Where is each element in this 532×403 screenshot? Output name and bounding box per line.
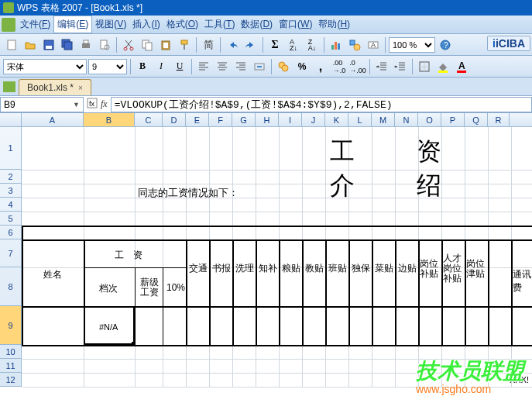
col-header[interactable]: C [135, 113, 163, 126]
col-header[interactable]: G [232, 113, 256, 126]
cell-b9: #N/A [99, 322, 118, 332]
font-color-icon[interactable]: A [453, 58, 470, 75]
select-all-corner[interactable] [0, 113, 22, 126]
paste-icon[interactable] [157, 36, 174, 53]
toolbar-standard: 简 Σ AZ↓ ZA↓ A 100 % ? [0, 34, 532, 56]
menu-format[interactable]: 格式(O) [163, 16, 201, 33]
row-header[interactable]: 10 [0, 345, 22, 359]
cjk-button[interactable]: 简 [200, 36, 217, 53]
menu-insert[interactable]: 插入(I) [129, 16, 163, 33]
sum-icon[interactable]: Σ [266, 36, 283, 53]
percent-icon[interactable]: % [293, 58, 311, 75]
redo-icon[interactable] [242, 36, 259, 53]
row-header[interactable]: 9 [0, 306, 22, 345]
svg-rect-31 [457, 71, 466, 73]
saveall-icon[interactable] [59, 36, 76, 53]
app-icon[interactable] [2, 18, 15, 32]
merge-icon[interactable] [251, 58, 268, 75]
fx-wizard-icon[interactable]: fx [87, 98, 98, 111]
svg-rect-29 [438, 71, 448, 73]
align-left-icon[interactable] [195, 58, 212, 75]
currency-icon[interactable] [275, 58, 292, 75]
new-icon[interactable] [3, 36, 20, 53]
copy-icon[interactable] [139, 36, 156, 53]
col-header[interactable]: E [186, 113, 209, 126]
col-header[interactable]: P [441, 113, 465, 126]
zoom-combo[interactable]: 100 % [389, 37, 435, 53]
active-cell[interactable]: #N/A [84, 306, 135, 345]
col-header[interactable]: B [84, 113, 135, 126]
hdr-name: 姓名 [43, 268, 62, 281]
row-header[interactable]: 8 [0, 267, 22, 306]
menu-data[interactable]: 数据(D) [238, 16, 276, 33]
formula-input[interactable]: =VLOOKUP(工资介绍!$A$9,(工资!$A$4:$Y$9),2,FALS… [111, 97, 532, 112]
row-header[interactable]: 12 [0, 373, 22, 387]
hdr-c7: 洗理 [235, 263, 254, 274]
row-header[interactable]: 3 [0, 184, 22, 198]
workbook-tab[interactable]: Book1.xls *× [19, 79, 91, 95]
col-header[interactable]: I [279, 113, 302, 126]
row-header[interactable]: 7 [0, 239, 22, 267]
col-header[interactable]: A [22, 113, 84, 126]
col-header[interactable]: H [256, 113, 279, 126]
fill-color-icon[interactable] [434, 58, 451, 75]
col-header[interactable]: L [348, 113, 372, 126]
svg-rect-15 [181, 40, 187, 44]
col-header[interactable]: D [163, 113, 186, 126]
font-name-combo[interactable]: 宋体 [3, 59, 87, 74]
col-header[interactable]: Q [465, 113, 488, 126]
italic-icon[interactable]: I [153, 58, 170, 75]
inc-indent-icon[interactable] [392, 58, 409, 75]
format-painter-icon[interactable] [176, 36, 193, 53]
row-header[interactable]: 2 [0, 170, 22, 184]
col-header[interactable]: K [325, 113, 348, 126]
preview-icon[interactable] [96, 36, 113, 53]
cut-icon[interactable] [120, 36, 137, 53]
open-icon[interactable] [22, 36, 39, 53]
col-header[interactable]: N [395, 113, 418, 126]
cell-grid[interactable]: 工 资 介 绍 同志的工资情况如下： [22, 127, 532, 387]
help-icon[interactable]: ? [437, 36, 454, 53]
hdr-salary: 工 资 [115, 249, 142, 262]
hdr-c15: 岗位补贴 [420, 259, 440, 279]
row-header[interactable]: 5 [0, 212, 22, 226]
chevron-down-icon[interactable]: ▼ [73, 101, 80, 108]
align-right-icon[interactable] [232, 58, 249, 75]
underline-icon[interactable]: U [171, 58, 188, 75]
col-header[interactable]: J [302, 113, 325, 126]
row-header[interactable]: 1 [0, 127, 22, 170]
col-header[interactable]: O [418, 113, 441, 126]
sort-desc-icon[interactable]: ZA↓ [304, 36, 321, 53]
row-header[interactable]: 4 [0, 198, 22, 212]
inc-decimal-icon[interactable]: .00→.0 [331, 58, 348, 75]
menu-edit[interactable]: 编辑(E) [53, 16, 92, 33]
save-icon[interactable] [40, 36, 57, 53]
row-header[interactable]: 6 [0, 226, 22, 239]
undo-icon[interactable] [224, 36, 241, 53]
menu-tools[interactable]: 工具(T) [201, 16, 238, 33]
shapes-icon[interactable] [346, 36, 363, 53]
name-box[interactable]: B9▼ [0, 97, 84, 112]
textbox-icon[interactable]: A [365, 36, 382, 53]
fx-icon[interactable]: fx [101, 98, 108, 110]
iciba-button[interactable]: iiCIBA [487, 36, 530, 51]
col-header[interactable]: R [488, 113, 510, 126]
dec-decimal-icon[interactable]: .0→.00 [349, 58, 366, 75]
print-icon[interactable] [77, 36, 94, 53]
col-header[interactable]: F [209, 113, 232, 126]
font-size-combo[interactable]: 9 [88, 59, 127, 74]
comma-icon[interactable]: , [312, 58, 329, 75]
row-header[interactable]: 11 [0, 359, 22, 373]
bold-icon[interactable]: B [134, 58, 151, 75]
close-tab-icon[interactable]: × [78, 84, 83, 92]
sort-asc-icon[interactable]: AZ↓ [285, 36, 302, 53]
menu-file[interactable]: 文件(F) [17, 16, 53, 33]
align-center-icon[interactable] [214, 58, 231, 75]
menu-help[interactable]: 帮助(H) [315, 16, 353, 33]
borders-icon[interactable] [416, 58, 433, 75]
menu-view[interactable]: 视图(V) [92, 16, 129, 33]
menu-window[interactable]: 窗口(W) [276, 16, 315, 33]
dec-indent-icon[interactable] [373, 58, 390, 75]
col-header[interactable]: M [372, 113, 395, 126]
chart-icon[interactable] [328, 36, 345, 53]
